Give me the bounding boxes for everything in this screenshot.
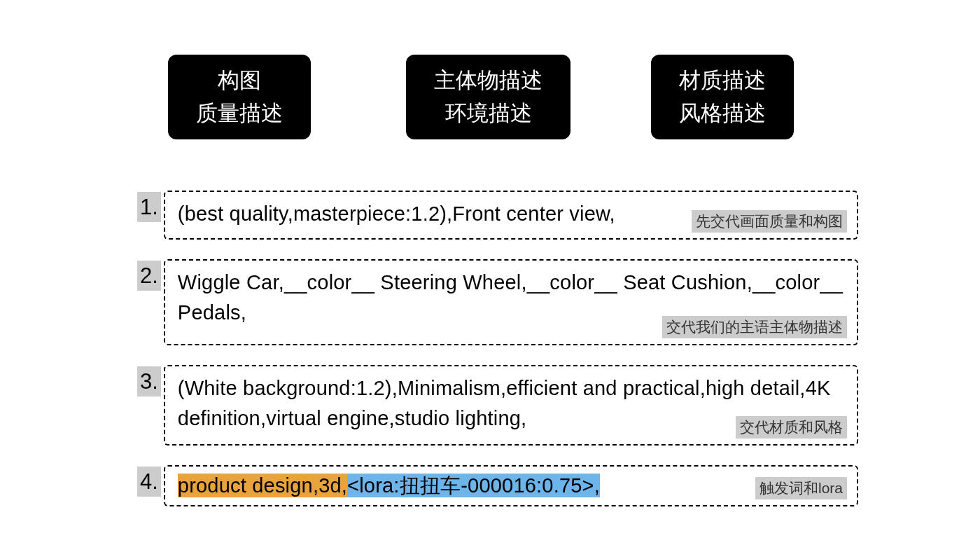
- header-box-composition: 构图 质量描述: [168, 55, 311, 139]
- header-line1: 主体物描述: [434, 64, 542, 97]
- highlight-trigger-words: product design,3d,: [178, 474, 347, 497]
- highlight-lora: <lora:扭扭车-000016:0.75>,: [347, 474, 600, 497]
- prompt-text: (best quality,masterpiece:1.2),Front cen…: [178, 202, 615, 225]
- number-badge: 2.: [137, 261, 161, 291]
- number-badge: 1.: [137, 192, 161, 222]
- prompt-box: product design,3d,<lora:扭扭车-000016:0.75>…: [164, 465, 858, 507]
- header-line2: 质量描述: [196, 97, 283, 130]
- header-line1: 构图: [196, 64, 283, 97]
- prompt-label: 交代我们的主语主体物描述: [662, 316, 847, 338]
- prompt-label: 交代材质和风格: [736, 416, 847, 439]
- header-line1: 材质描述: [679, 64, 766, 97]
- number-badge: 4.: [137, 467, 161, 497]
- prompt-label: 先交代画面质量和构图: [692, 210, 847, 233]
- prompt-row: 4. product design,3d,<lora:扭扭车-000016:0.…: [137, 465, 858, 507]
- header-line2: 风格描述: [679, 97, 766, 130]
- prompt-row: 3. (White background:1.2),Minimalism,eff…: [137, 365, 858, 446]
- prompt-list: 1. (best quality,masterpiece:1.2),Front …: [137, 191, 858, 526]
- number-badge: 3.: [137, 366, 161, 396]
- prompt-text: product design,3d,<lora:扭扭车-000016:0.75>…: [178, 474, 600, 497]
- header-box-subject: 主体物描述 环境描述: [406, 55, 570, 139]
- prompt-row: 2. Wiggle Car,__color__ Steering Wheel,_…: [137, 259, 858, 345]
- prompt-row: 1. (best quality,masterpiece:1.2),Front …: [137, 191, 858, 240]
- prompt-box: Wiggle Car,__color__ Steering Wheel,__co…: [164, 259, 858, 345]
- header-line2: 环境描述: [434, 97, 542, 130]
- prompt-label: 触发词和lora: [755, 477, 847, 499]
- header-box-material: 材质描述 风格描述: [651, 55, 794, 139]
- prompt-box: (best quality,masterpiece:1.2),Front cen…: [164, 191, 858, 240]
- prompt-text: (White background:1.2),Minimalism,effici…: [178, 377, 831, 430]
- prompt-box: (White background:1.2),Minimalism,effici…: [164, 365, 858, 446]
